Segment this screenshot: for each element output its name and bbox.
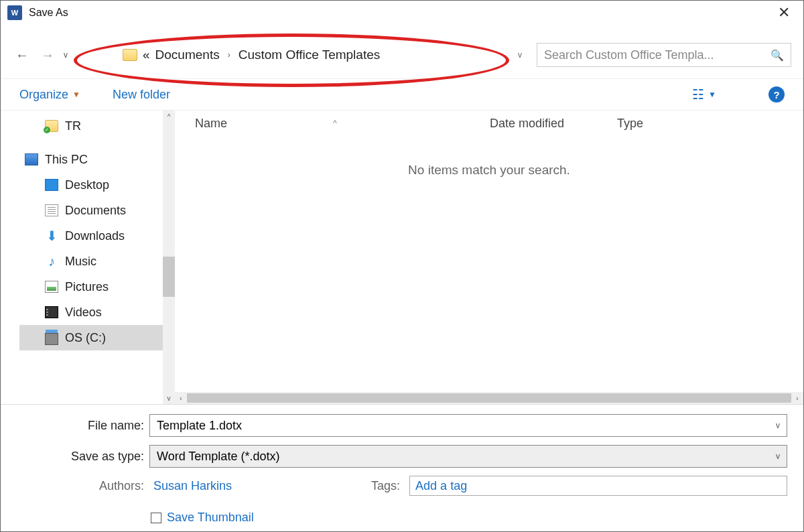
column-type[interactable]: Type (617, 117, 783, 131)
folder-icon: ✓ (45, 120, 58, 132)
breadcrumb-item[interactable]: Documents (155, 48, 220, 62)
tree-item-os-c[interactable]: OS (C:) (19, 325, 163, 350)
help-button[interactable]: ? (768, 86, 785, 103)
window-title: Save As (29, 7, 771, 19)
sort-indicator-icon: ^ (333, 119, 337, 128)
column-headers: Name ^ Date modified Type (175, 111, 803, 136)
breadcrumb-item[interactable]: Custom Office Templates (239, 48, 381, 62)
picture-icon (45, 281, 58, 293)
scroll-up-icon[interactable]: ^ (163, 111, 175, 123)
back-button[interactable]: ← (13, 46, 31, 64)
filename-row: File name: Template 1.dotx v (17, 414, 787, 437)
save-as-dialog: W Save As ✕ ← → v « Documents › Custom O… (0, 0, 804, 532)
tree-item-downloads[interactable]: ⬇ Downloads (19, 223, 163, 249)
tree-item-desktop[interactable]: Desktop (19, 172, 163, 198)
sidebar-scrollbar[interactable]: ^ v (163, 111, 175, 404)
save-thumbnail-row: Save Thumbnail (151, 511, 787, 525)
document-icon (45, 204, 58, 216)
saveastype-label: Save as type: (17, 450, 144, 464)
nav-row: ← → v « Documents › Custom Office Templa… (1, 38, 803, 72)
tags-label: Tags: (371, 479, 400, 493)
chevron-right-icon: › (228, 50, 230, 60)
column-date[interactable]: Date modified (490, 117, 617, 131)
saveastype-select[interactable]: Word Template (*.dotx) v (149, 445, 787, 468)
forward-button[interactable]: → (38, 46, 57, 64)
content-hscrollbar[interactable]: ‹ › (175, 392, 803, 404)
tree-item-this-pc[interactable]: This PC (19, 147, 163, 172)
metadata-row: Authors: Susan Harkins Tags: Add a tag (17, 476, 787, 496)
authors-value[interactable]: Susan Harkins (153, 479, 232, 493)
toolbar: Organize ▼ New folder ☷ ▼ ? (1, 78, 803, 111)
view-options-button[interactable]: ☷ ▼ (692, 86, 716, 103)
folder-tree: ✓ TR This PC Desktop Documents ⬇ Do (1, 111, 163, 404)
tree-item-music[interactable]: ♪ Music (19, 249, 163, 274)
column-name[interactable]: Name ^ (195, 117, 490, 131)
scroll-right-icon[interactable]: › (791, 392, 803, 404)
save-thumbnail-label[interactable]: Save Thumbnail (167, 511, 254, 525)
scroll-left-icon[interactable]: ‹ (175, 392, 187, 404)
tree-item-tr[interactable]: ✓ TR (19, 113, 163, 139)
organize-button[interactable]: Organize ▼ (19, 88, 80, 102)
word-app-icon: W (7, 5, 22, 20)
recent-dropdown-icon[interactable]: v (64, 50, 68, 60)
chevron-down-icon: ▼ (708, 90, 716, 99)
scroll-down-icon[interactable]: v (163, 392, 175, 404)
tree-item-videos[interactable]: Videos (19, 300, 163, 325)
video-icon (45, 306, 58, 318)
search-input[interactable]: Search Custom Office Templa... 🔍 (537, 43, 791, 67)
search-icon: 🔍 (770, 49, 784, 62)
drive-icon (45, 333, 58, 345)
view-icon: ☷ (692, 86, 704, 103)
scroll-thumb[interactable] (163, 257, 175, 297)
file-list-area: Name ^ Date modified Type No items match… (175, 111, 803, 404)
pc-icon (25, 153, 38, 165)
title-bar: W Save As ✕ (1, 1, 803, 25)
search-placeholder: Search Custom Office Templa... (544, 48, 714, 62)
saveastype-row: Save as type: Word Template (*.dotx) v (17, 445, 787, 468)
authors-label: Authors: (17, 479, 144, 493)
filename-input[interactable]: Template 1.dotx v (149, 414, 787, 437)
tree-item-pictures[interactable]: Pictures (19, 274, 163, 300)
chevron-down-icon[interactable]: v (776, 421, 780, 430)
save-thumbnail-checkbox[interactable] (151, 513, 161, 523)
close-button[interactable]: ✕ (771, 4, 797, 21)
music-icon: ♪ (45, 254, 58, 269)
main-area: ✓ TR This PC Desktop Documents ⬇ Do (1, 111, 803, 404)
chevron-down-icon[interactable]: v (776, 452, 780, 461)
desktop-icon (45, 179, 58, 191)
folder-icon (123, 49, 137, 61)
tags-input[interactable]: Add a tag (409, 476, 787, 496)
download-icon: ⬇ (45, 228, 58, 244)
scroll-thumb[interactable] (187, 393, 791, 403)
tree-item-documents[interactable]: Documents (19, 198, 163, 223)
filename-label: File name: (17, 419, 144, 433)
chevron-down-icon: ▼ (72, 90, 80, 99)
empty-message: No items match your search. (175, 163, 803, 178)
address-dropdown-icon[interactable]: v (518, 50, 522, 60)
new-folder-button[interactable]: New folder (113, 88, 170, 102)
save-form: File name: Template 1.dotx v Save as typ… (1, 404, 803, 531)
breadcrumb-prefix: « (143, 48, 150, 62)
address-bar[interactable]: « Documents › Custom Office Templates v (115, 43, 530, 67)
sidebar: ✓ TR This PC Desktop Documents ⬇ Do (1, 111, 175, 404)
